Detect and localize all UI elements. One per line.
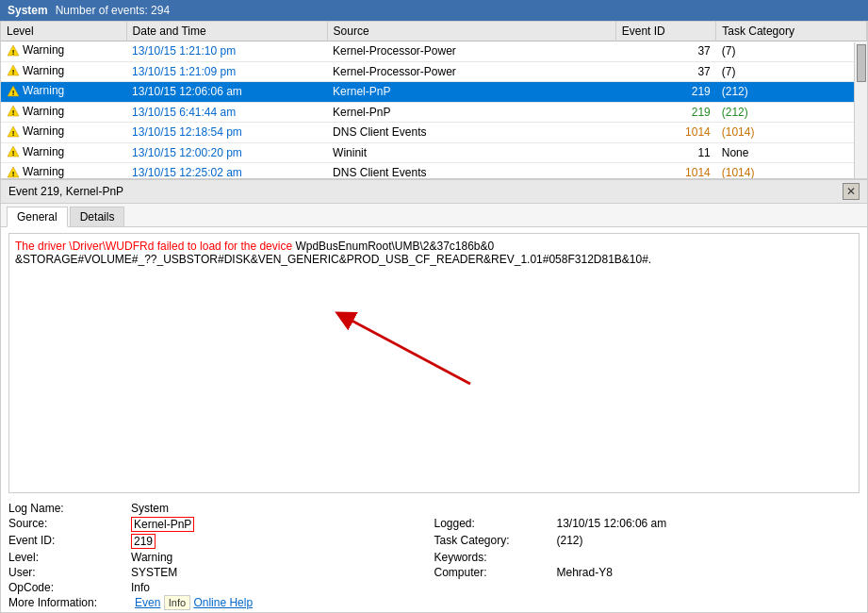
table-row[interactable]: !Warning13/10/15 1:21:09 pmKernel-Proces… xyxy=(1,61,867,82)
svg-text:!: ! xyxy=(12,170,15,178)
cell-taskcategory: (212) xyxy=(716,102,867,123)
opcode-row: OpCode: Info xyxy=(8,580,860,595)
tab-general[interactable]: General xyxy=(7,207,68,227)
cell-taskcategory: (7) xyxy=(716,61,867,82)
online-help-link[interactable]: Online Help xyxy=(193,596,253,609)
col-header-datetime: Date and Time xyxy=(126,22,327,41)
warning-icon: !Warning xyxy=(7,124,64,138)
cell-level: !Warning xyxy=(1,142,126,163)
table-row[interactable]: !Warning13/10/15 12:00:20 pmWininit11Non… xyxy=(1,142,867,163)
table-row[interactable]: !Warning13/10/15 12:06:06 amKernel-PnP21… xyxy=(1,82,867,103)
tab-details[interactable]: Details xyxy=(70,207,125,226)
svg-text:!: ! xyxy=(12,48,15,57)
col-header-level: Level xyxy=(1,22,126,41)
user-label: User: xyxy=(8,566,131,579)
svg-text:!: ! xyxy=(12,89,15,97)
events-table: Level Date and Time Source Event ID Task… xyxy=(1,22,867,179)
taskcategory-label: Task Category: xyxy=(434,534,557,549)
detail-panel: Event 219, Kernel-PnP ✕ General Details … xyxy=(0,179,868,613)
opcode-value: Info xyxy=(131,581,860,594)
level-text: Warning xyxy=(23,43,64,57)
cell-datetime: 13/10/15 12:25:02 am xyxy=(126,163,327,180)
source-label: Source: xyxy=(8,517,131,532)
source-highlight-box: Kernel-PnP xyxy=(131,517,194,532)
event-count-label: Number of events: 294 xyxy=(56,4,170,17)
cell-source: Kernel-PnP xyxy=(327,102,615,123)
warning-icon: !Warning xyxy=(7,43,64,57)
title-bar: System Number of events: 294 xyxy=(0,0,868,21)
level-text: Warning xyxy=(23,145,64,158)
event-log-link[interactable]: Even xyxy=(135,596,160,609)
cell-level: !Warning xyxy=(1,41,126,62)
warning-icon: !Warning xyxy=(7,105,64,118)
table-scrollbar[interactable] xyxy=(854,42,867,178)
cell-eventid: 37 xyxy=(615,61,715,82)
col-header-eventid: Event ID xyxy=(615,22,715,41)
level-text: Warning xyxy=(23,105,64,118)
event-message-area: The driver \Driver\WUDFRd failed to load… xyxy=(8,233,860,493)
events-table-container: Level Date and Time Source Event ID Task… xyxy=(0,21,868,179)
cell-eventid: 1014 xyxy=(615,123,715,143)
cell-eventid: 219 xyxy=(615,102,715,123)
svg-text:!: ! xyxy=(12,108,15,117)
level-text: Warning xyxy=(23,124,64,138)
cell-level: !Warning xyxy=(1,61,126,82)
more-info-label: More Information: xyxy=(8,596,131,609)
scrollbar-thumb[interactable] xyxy=(857,44,866,82)
cell-level: !Warning xyxy=(1,123,126,143)
more-info-links: Even Info Online Help xyxy=(135,596,860,609)
table-row[interactable]: !Warning13/10/15 6:41:44 amKernel-PnP219… xyxy=(1,102,867,123)
message-normal-text: WpdBusEnumRoot\UMB\2&37c186b&0 xyxy=(292,240,494,253)
log-name-value: System xyxy=(131,502,860,515)
eventid-value: 219 xyxy=(131,534,434,549)
svg-text:!: ! xyxy=(12,149,15,157)
log-name-row: Log Name: System xyxy=(8,501,860,516)
cell-eventid: 219 xyxy=(615,82,715,103)
cell-taskcategory: None xyxy=(716,142,867,163)
logged-value: 13/10/15 12:06:06 am xyxy=(557,517,860,532)
cell-source: Kernel-Processor-Power xyxy=(327,41,615,62)
computer-value: Mehrad-Y8 xyxy=(557,566,860,579)
table-row[interactable]: !Warning13/10/15 12:18:54 pmDNS Client E… xyxy=(1,123,867,143)
cell-level: !Warning xyxy=(1,163,126,180)
close-button[interactable]: ✕ xyxy=(843,183,860,200)
taskcategory-value: (212) xyxy=(557,534,860,549)
warning-icon: !Warning xyxy=(7,165,64,178)
warning-icon: !Warning xyxy=(7,145,64,158)
eventid-label: Event ID: xyxy=(8,534,131,549)
user-computer-row: User: SYSTEM Computer: Mehrad-Y8 xyxy=(8,565,860,580)
level-keywords-row: Level: Warning Keywords: xyxy=(8,550,860,565)
cell-source: Kernel-PnP xyxy=(327,82,615,103)
source-logged-row: Source: Kernel-PnP Logged: 13/10/15 12:0… xyxy=(8,516,860,533)
info-tooltip: Info xyxy=(164,595,190,610)
table-row[interactable]: !Warning13/10/15 1:21:10 pmKernel-Proces… xyxy=(1,41,867,62)
svg-line-14 xyxy=(344,317,470,384)
warning-icon: !Warning xyxy=(7,64,64,77)
message-highlighted-text: The driver \Driver\WUDFRd failed to load… xyxy=(15,240,292,253)
arrow-annotation xyxy=(9,234,859,492)
cell-datetime: 13/10/15 12:18:54 pm xyxy=(126,123,327,143)
col-header-source: Source xyxy=(327,22,615,41)
cell-source: DNS Client Events xyxy=(327,163,615,180)
main-wrapper: Level Date and Time Source Event ID Task… xyxy=(0,21,868,613)
source-value: Kernel-PnP xyxy=(131,517,434,532)
level-text: Warning xyxy=(23,84,64,97)
cell-source: Kernel-Processor-Power xyxy=(327,61,615,82)
table-row[interactable]: !Warning13/10/15 12:25:02 amDNS Client E… xyxy=(1,163,867,180)
cell-eventid: 11 xyxy=(615,142,715,163)
level-label: Level: xyxy=(8,551,131,564)
cell-level: !Warning xyxy=(1,82,126,103)
eventid-highlight-box: 219 xyxy=(131,534,156,549)
warning-icon: !Warning xyxy=(7,84,64,97)
cell-eventid: 1014 xyxy=(615,163,715,180)
keywords-value xyxy=(557,551,860,564)
tabs-bar: General Details xyxy=(1,204,867,227)
cell-source: DNS Client Events xyxy=(327,123,615,143)
cell-datetime: 13/10/15 1:21:09 pm xyxy=(126,61,327,82)
cell-taskcategory: (1014) xyxy=(716,163,867,180)
cell-datetime: 13/10/15 12:06:06 am xyxy=(126,82,327,103)
level-value: Warning xyxy=(131,551,434,564)
cell-datetime: 13/10/15 12:00:20 pm xyxy=(126,142,327,163)
cell-taskcategory: (1014) xyxy=(716,123,867,143)
message-line2: &STORAGE#VOLUME#_??_USBSTOR#DISK&VEN_GEN… xyxy=(15,253,651,266)
